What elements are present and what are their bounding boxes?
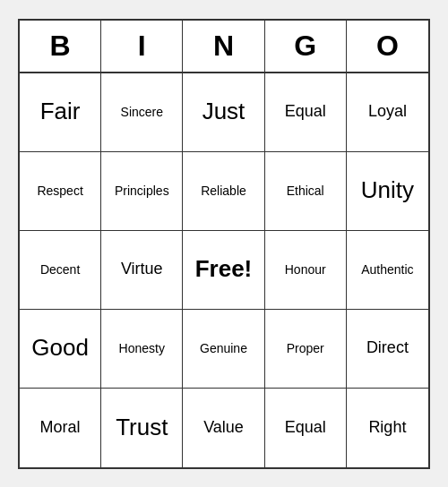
bingo-cell: Loyal xyxy=(347,73,428,152)
bingo-cell: Proper xyxy=(265,310,347,389)
bingo-cell: Principles xyxy=(101,152,183,231)
bingo-cell-text: Honour xyxy=(285,262,326,278)
bingo-cell: Equal xyxy=(265,389,347,467)
bingo-header-letter: G xyxy=(265,21,347,72)
bingo-cell: Equal xyxy=(265,73,347,152)
bingo-cell: Sincere xyxy=(101,73,183,152)
bingo-cell: Respect xyxy=(20,152,101,231)
bingo-cell-text: Decent xyxy=(40,262,80,278)
bingo-cell: Authentic xyxy=(347,231,428,310)
bingo-cell-text: Ethical xyxy=(287,184,324,199)
bingo-cell-text: Value xyxy=(203,418,244,438)
bingo-cell: Fair xyxy=(20,73,101,152)
bingo-cell: Moral xyxy=(20,389,101,467)
bingo-cell: Virtue xyxy=(101,231,183,310)
bingo-cell: Good xyxy=(20,310,101,389)
bingo-header-letter: B xyxy=(20,21,101,72)
bingo-cell-text: Authentic xyxy=(361,262,413,278)
bingo-cell-text: Loyal xyxy=(368,102,407,122)
bingo-cell-text: Direct xyxy=(366,338,409,358)
bingo-cell-text: Trust xyxy=(116,414,168,441)
bingo-cell: Unity xyxy=(347,152,428,231)
bingo-cell-text: Equal xyxy=(285,418,326,438)
bingo-cell-text: Right xyxy=(368,418,406,438)
bingo-cell-text: Principles xyxy=(115,184,169,199)
bingo-cell-text: Good xyxy=(31,334,89,362)
bingo-cell: Decent xyxy=(20,231,101,310)
bingo-header-letter: N xyxy=(183,21,264,72)
bingo-cell-text: Fair xyxy=(40,98,81,125)
bingo-cell: Value xyxy=(183,389,264,467)
bingo-card: BINGO FairSincereJustEqualLoyalRespectPr… xyxy=(18,19,430,469)
bingo-cell-text: Proper xyxy=(287,341,324,356)
bingo-header: BINGO xyxy=(20,21,428,73)
bingo-cell: Honesty xyxy=(101,310,183,389)
bingo-cell: Trust xyxy=(101,389,183,467)
bingo-cell-text: Free! xyxy=(195,255,253,283)
bingo-cell-text: Virtue xyxy=(121,260,163,279)
bingo-cell-text: Honesty xyxy=(119,341,165,356)
bingo-cell: Ethical xyxy=(265,152,347,231)
bingo-header-letter: I xyxy=(101,21,183,72)
bingo-cell-text: Just xyxy=(202,98,246,125)
bingo-cell-text: Genuine xyxy=(200,341,247,356)
bingo-cell-text: Unity xyxy=(361,176,414,204)
bingo-cell-text: Sincere xyxy=(121,105,163,120)
bingo-header-letter: O xyxy=(347,21,428,72)
bingo-cell: Direct xyxy=(347,310,428,389)
bingo-cell: Reliable xyxy=(183,152,264,231)
bingo-cell: Right xyxy=(347,389,428,467)
bingo-grid: FairSincereJustEqualLoyalRespectPrincipl… xyxy=(20,73,428,467)
bingo-cell-text: Moral xyxy=(40,418,81,438)
bingo-cell: Just xyxy=(183,73,264,152)
bingo-cell: Free! xyxy=(183,231,264,310)
bingo-cell: Genuine xyxy=(183,310,264,389)
bingo-cell-text: Equal xyxy=(285,102,326,122)
bingo-cell: Honour xyxy=(265,231,347,310)
bingo-cell-text: Reliable xyxy=(201,184,246,199)
bingo-cell-text: Respect xyxy=(37,184,82,199)
